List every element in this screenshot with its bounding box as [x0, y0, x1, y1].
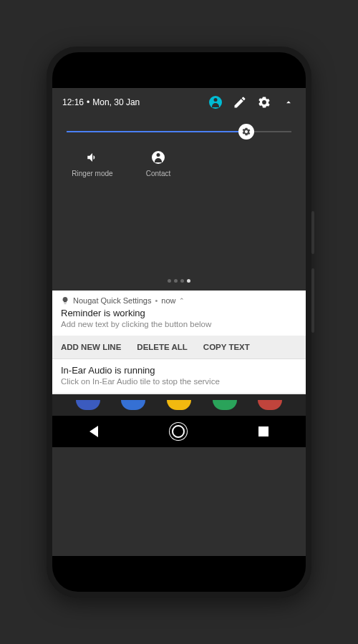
notification-app: Nougat Quick Settings	[73, 296, 151, 305]
notification-actions: ADD NEW LINE DELETE ALL COPY TEXT	[52, 336, 306, 358]
chevron-up-icon[interactable]: ⌃	[179, 297, 185, 304]
action-copy-text[interactable]: COPY TEXT	[203, 343, 250, 351]
contact-icon	[125, 150, 191, 165]
volume-icon	[59, 150, 125, 165]
brightness-thumb[interactable]	[238, 124, 254, 140]
app-icon	[76, 400, 100, 410]
status-time: 12:16	[62, 97, 84, 107]
notification-subtitle: Add new text by clicking the button belo…	[61, 320, 297, 328]
settings-icon[interactable]	[257, 95, 271, 109]
phone-inner: 12:16 • Mon, 30 Jan	[52, 52, 306, 592]
nav-back-icon[interactable]	[90, 426, 98, 437]
phone-frame: 12:16 • Mon, 30 Jan	[47, 47, 311, 597]
brightness-fill	[67, 131, 246, 132]
notification-card[interactable]: In-Ear Audio is running Click on In-Ear …	[52, 359, 306, 394]
notification-card[interactable]: Nougat Quick Settings • now ⌃ Reminder i…	[52, 291, 306, 394]
user-icon[interactable]	[208, 95, 223, 109]
nav-home-icon[interactable]	[172, 425, 185, 438]
page-indicator	[52, 187, 306, 291]
status-separator: •	[87, 97, 90, 107]
quick-tiles: Ringer mode Contact	[52, 140, 306, 187]
tile-ringer-mode[interactable]: Ringer mode	[59, 150, 125, 177]
phone-side-button	[311, 268, 314, 333]
action-add-new-line[interactable]: ADD NEW LINE	[61, 343, 121, 351]
nav-bar	[52, 416, 306, 447]
tile-label: Ringer mode	[59, 170, 125, 177]
notification-title: Reminder is working	[61, 308, 297, 318]
notification-title: In-Ear Audio is running	[61, 365, 297, 376]
app-icon	[213, 400, 237, 410]
status-date: Mon, 30 Jan	[92, 97, 140, 107]
notification-header: Nougat Quick Settings • now ⌃	[52, 291, 306, 308]
lightbulb-icon	[61, 296, 69, 305]
action-delete-all[interactable]: DELETE ALL	[137, 343, 188, 351]
app-icon	[167, 400, 191, 410]
tile-label: Contact	[125, 170, 191, 177]
app-dock-peek	[52, 394, 306, 416]
app-icon	[258, 400, 282, 410]
collapse-icon[interactable]	[281, 95, 296, 109]
brightness-slider[interactable]	[52, 114, 306, 140]
tile-contact[interactable]: Contact	[125, 150, 191, 177]
nav-recents-icon[interactable]	[258, 426, 268, 436]
edit-icon[interactable]	[233, 95, 247, 109]
notification-subtitle: Click on In-Ear Audio tile to stop the s…	[61, 377, 297, 386]
notification-when: now	[161, 296, 175, 305]
status-bar: 12:16 • Mon, 30 Jan	[52, 88, 306, 114]
app-icon	[121, 400, 145, 410]
screen: 12:16 • Mon, 30 Jan	[52, 88, 306, 556]
phone-side-button	[311, 211, 314, 254]
